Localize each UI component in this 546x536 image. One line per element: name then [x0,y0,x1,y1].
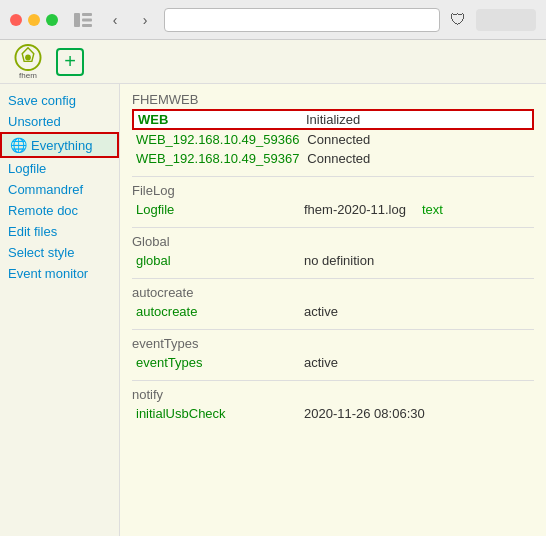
group-header-filelog: FileLog [132,183,534,198]
device-row-eventtypes[interactable]: eventTypes active [132,353,534,372]
device-name-web[interactable]: WEB [138,112,298,127]
forward-button[interactable]: › [134,9,156,31]
device-row-initialusbcheck[interactable]: initialUsbCheck 2020-11-26 08:06:30 [132,404,534,423]
device-name-global[interactable]: global [136,253,296,268]
eventtypes-status: active [304,355,338,370]
sidebar-item-edit-files[interactable]: Edit files [0,221,119,242]
divider-3 [132,278,534,279]
divider-4 [132,329,534,330]
group-header-notify: notify [132,387,534,402]
device-row-web2[interactable]: WEB_192.168.10.49_59366 Connected [132,130,534,149]
device-row-autocreate[interactable]: autocreate active [132,302,534,321]
logfile-type: text [422,202,443,217]
device-name-logfile[interactable]: Logfile [136,202,296,217]
group-autocreate: autocreate autocreate active [132,285,534,321]
divider-2 [132,227,534,228]
sidebar-item-select-style[interactable]: Select style [0,242,119,263]
svg-rect-1 [82,13,92,16]
group-header-eventtypes: eventTypes [132,336,534,351]
svg-rect-2 [82,18,92,21]
global-status: no definition [304,253,374,268]
fhem-label: fhem [19,71,37,80]
device-name-autocreate[interactable]: autocreate [136,304,296,319]
device-status-web3: Connected [307,151,370,166]
sidebar-item-commandref[interactable]: Commandref [0,179,119,200]
device-name-web2[interactable]: WEB_192.168.10.49_59366 [136,132,299,147]
group-eventtypes: eventTypes eventTypes active [132,336,534,372]
select-style-label: Select style [8,245,74,260]
edit-files-label: Edit files [8,224,57,239]
group-fhemweb: FHEMWEB WEB Initialized WEB_192.168.10.4… [132,92,534,168]
group-notify: notify initialUsbCheck 2020-11-26 08:06:… [132,387,534,423]
sidebar-item-save-config[interactable]: Save config [0,90,119,111]
shield-icon: 🛡 [448,10,468,30]
minimize-button[interactable] [28,14,40,26]
device-row-logfile[interactable]: Logfile fhem-2020-11.log text [132,200,534,219]
divider-1 [132,176,534,177]
sidebar-toggle-icon[interactable] [72,9,94,31]
sidebar: Save config Unsorted 🌐 Everything Logfil… [0,84,120,536]
content-area: FHEMWEB WEB Initialized WEB_192.168.10.4… [120,84,546,536]
group-header-fhemweb: FHEMWEB [132,92,534,107]
sidebar-item-event-monitor[interactable]: Event monitor [0,263,119,284]
sidebar-item-unsorted[interactable]: Unsorted [0,111,119,132]
device-name-eventtypes[interactable]: eventTypes [136,355,296,370]
fhem-logo: fhem [10,44,46,80]
back-button[interactable]: ‹ [104,9,126,31]
group-header-autocreate: autocreate [132,285,534,300]
remote-doc-label: Remote doc [8,203,78,218]
device-row-web3[interactable]: WEB_192.168.10.49_59367 Connected [132,149,534,168]
close-button[interactable] [10,14,22,26]
device-name-initialusbcheck[interactable]: initialUsbCheck [136,406,296,421]
svg-rect-0 [74,13,80,27]
everything-label: Everything [31,138,92,153]
unsorted-label: Unsorted [8,114,61,129]
address-bar[interactable] [164,8,440,32]
device-row-global[interactable]: global no definition [132,251,534,270]
sidebar-item-everything[interactable]: 🌐 Everything [0,132,119,158]
svg-point-5 [25,54,31,60]
commandref-label: Commandref [8,182,83,197]
toolbar: fhem + [0,40,546,84]
initialusbcheck-status: 2020-11-26 08:06:30 [304,406,425,421]
device-row-web[interactable]: WEB Initialized [132,109,534,130]
add-button[interactable]: + [56,48,84,76]
sidebar-item-remote-doc[interactable]: Remote doc [0,200,119,221]
device-status-web2: Connected [307,132,370,147]
sidebar-item-logfile[interactable]: Logfile [0,158,119,179]
group-global: Global global no definition [132,234,534,270]
svg-rect-3 [82,24,92,27]
logfile-label: Logfile [8,161,46,176]
maximize-button[interactable] [46,14,58,26]
event-monitor-label: Event monitor [8,266,88,281]
device-name-web3[interactable]: WEB_192.168.10.49_59367 [136,151,299,166]
browser-control [476,9,536,31]
everything-icon: 🌐 [10,137,27,153]
divider-5 [132,380,534,381]
titlebar: ‹ › 🛡 [0,0,546,40]
autocreate-status: active [304,304,338,319]
traffic-lights [10,14,58,26]
group-header-global: Global [132,234,534,249]
device-status-web: Initialized [306,112,360,127]
save-config-label: Save config [8,93,76,108]
main-layout: Save config Unsorted 🌐 Everything Logfil… [0,84,546,536]
group-filelog: FileLog Logfile fhem-2020-11.log text [132,183,534,219]
logfile-filename: fhem-2020-11.log [304,202,406,217]
